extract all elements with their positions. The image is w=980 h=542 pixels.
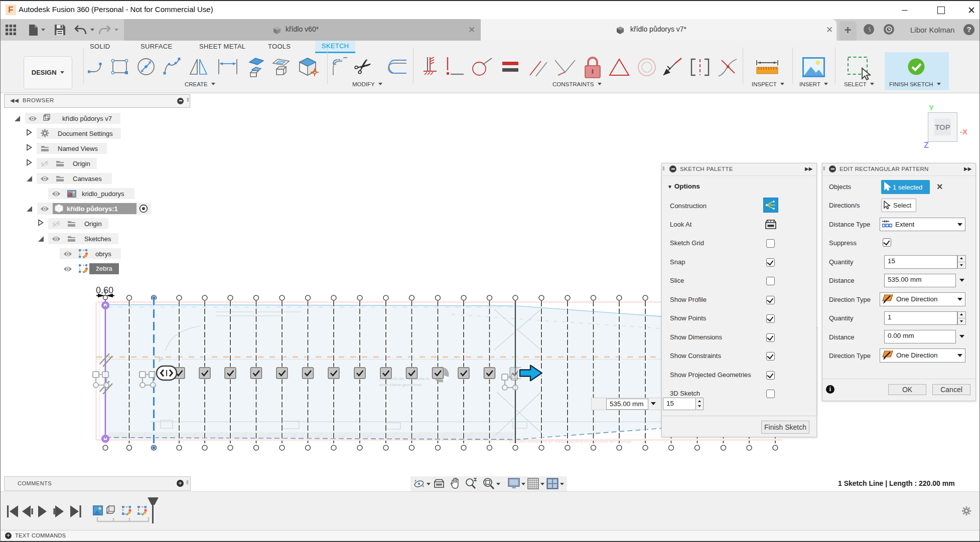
- svg-text:Besondere Innenansicht der Hol: Besondere Innenansicht der Holmbeschicht…: [509, 440, 632, 444]
- svg-text:0.60: 0.60: [96, 285, 113, 295]
